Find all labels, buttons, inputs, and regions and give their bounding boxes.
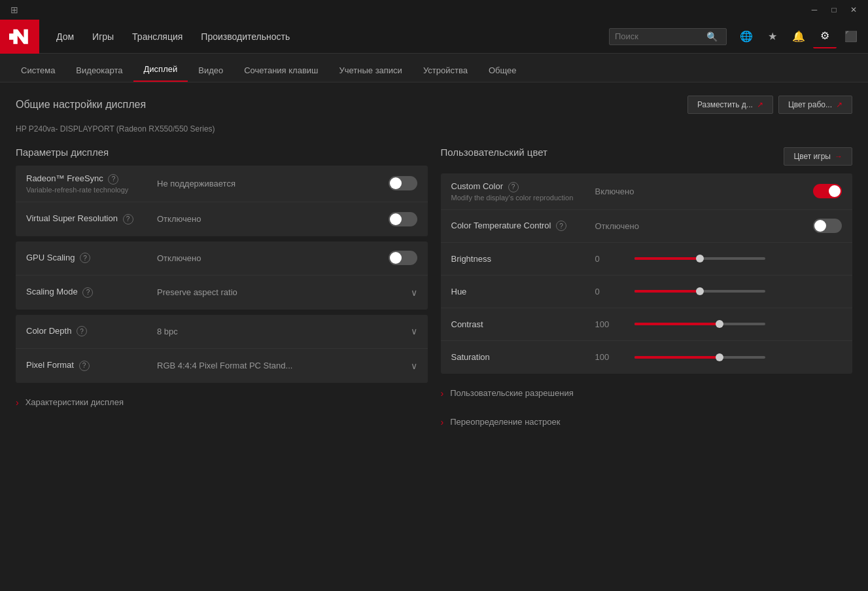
color-depth-label: Color Depth ? <box>26 326 157 337</box>
arrange-display-button[interactable]: Разместить д... ↗ <box>687 96 773 114</box>
gpu-scaling-toggle-thumb <box>390 252 402 264</box>
contrast-value: 100 <box>595 319 634 329</box>
saturation-slider[interactable] <box>634 356 842 359</box>
pixel-format-dropdown[interactable]: ∨ <box>411 361 417 371</box>
freesync-value: Не поддерживается <box>157 179 389 188</box>
color-depth-value: 8 bpc <box>157 327 411 336</box>
scaling-mode-help[interactable]: ? <box>82 287 93 298</box>
right-column: Пользовательский цвет Цвет игры → Custom… <box>441 147 853 437</box>
freesync-toggle-switch[interactable] <box>389 176 417 190</box>
tab-system[interactable]: Система <box>10 59 65 82</box>
tab-accounts[interactable]: Учетные записи <box>328 59 412 82</box>
gpu-scaling-toggle-switch[interactable] <box>389 251 417 265</box>
work-color-button[interactable]: Цвет рабо... ↗ <box>778 96 852 114</box>
scaling-mode-dropdown[interactable]: ∨ <box>411 287 417 298</box>
gpu-scaling-label: GPU Scaling ? <box>26 253 157 264</box>
freesync-help[interactable]: ? <box>108 174 118 185</box>
custom-color-help[interactable]: ? <box>508 182 519 192</box>
secondary-tabs: Система Видеокарта Дисплей Видео Сочетан… <box>0 54 868 82</box>
tab-display[interactable]: Дисплей <box>133 58 188 82</box>
maximize-button[interactable]: □ <box>825 3 843 17</box>
color-temp-toggle[interactable] <box>813 219 842 233</box>
settings-group-1: Radeon™ FreeSync ? Variable-refresh-rate… <box>16 166 428 236</box>
nav-home[interactable]: Дом <box>50 27 80 46</box>
tab-video[interactable]: Видео <box>188 59 234 82</box>
main-content: Общие настройки дисплея Разместить д... … <box>0 82 868 591</box>
freesync-toggle-thumb <box>390 177 402 189</box>
globe-icon[interactable]: 🌐 <box>735 25 758 48</box>
header-buttons: Разместить д... ↗ Цвет рабо... ↗ <box>687 96 852 114</box>
hue-value: 0 <box>595 287 634 296</box>
contrast-slider-track[interactable] <box>634 323 765 325</box>
gear-icon[interactable]: ⚙ <box>813 25 837 48</box>
gpu-scaling-value: Отключено <box>157 253 389 263</box>
hue-label: Hue <box>451 287 595 296</box>
expand-override-icon: › <box>441 417 444 427</box>
left-column: Параметры дисплея Radeon™ FreeSync ? Var… <box>16 147 428 437</box>
contrast-label: Contrast <box>451 319 595 329</box>
freesync-row: Radeon™ FreeSync ? Variable-refresh-rate… <box>16 166 428 202</box>
display-characteristics-expand[interactable]: › Характеристики дисплея <box>16 388 428 417</box>
custom-color-toggle-thumb <box>829 185 841 197</box>
freesync-toggle[interactable] <box>389 176 417 190</box>
search-input[interactable] <box>615 31 706 41</box>
vsr-toggle[interactable] <box>389 212 417 226</box>
tab-general[interactable]: Общее <box>478 59 527 82</box>
expand-resolutions-icon: › <box>441 388 444 399</box>
expand-arrow-icon: › <box>16 397 19 408</box>
brightness-slider-track[interactable] <box>634 257 765 260</box>
color-temp-help[interactable]: ? <box>556 221 566 231</box>
vsr-label: Virtual Super Resolution ? <box>26 213 157 224</box>
override-settings-expand[interactable]: › Переопределение настроек <box>441 408 853 437</box>
brightness-slider[interactable] <box>634 257 842 260</box>
nav-performance[interactable]: Производительность <box>194 27 296 46</box>
contrast-row: Contrast 100 <box>441 308 853 341</box>
color-depth-dropdown[interactable]: ∨ <box>411 326 417 336</box>
nav-streaming[interactable]: Трансляция <box>126 27 189 46</box>
saturation-fill <box>634 356 720 359</box>
vsr-toggle-switch[interactable] <box>389 212 417 226</box>
saturation-thumb[interactable] <box>716 353 723 361</box>
scaling-mode-row: Scaling Mode ? Preserve aspect ratio ∨ <box>16 276 428 310</box>
minimize-button[interactable]: ─ <box>805 3 824 17</box>
pixel-format-help[interactable]: ? <box>79 361 90 371</box>
search-box[interactable]: 🔍 <box>609 28 727 45</box>
gpu-scaling-help[interactable]: ? <box>80 253 90 263</box>
gpu-scaling-toggle[interactable] <box>389 251 417 265</box>
color-settings-group: Custom Color ? Modify the display's colo… <box>441 173 853 374</box>
nav-games[interactable]: Игры <box>86 27 120 46</box>
color-temp-value: Отключено <box>595 221 639 231</box>
color-temp-control[interactable] <box>639 219 842 233</box>
color-depth-arrow: ∨ <box>411 326 417 336</box>
hue-slider[interactable] <box>634 290 842 293</box>
brightness-thumb[interactable] <box>696 255 704 262</box>
custom-color-toggle[interactable] <box>813 184 842 198</box>
close-button[interactable]: ✕ <box>844 3 863 17</box>
sidebar-icon[interactable]: ⬛ <box>839 25 863 48</box>
page-title: Общие настройки дисплея <box>16 99 146 111</box>
color-depth-help[interactable]: ? <box>77 326 87 336</box>
star-icon[interactable]: ★ <box>761 25 784 48</box>
saturation-label: Saturation <box>451 352 595 362</box>
bell-icon[interactable]: 🔔 <box>787 25 810 48</box>
gpu-scaling-toggle-track <box>389 251 417 265</box>
custom-color-control[interactable] <box>634 184 842 198</box>
gpu-scaling-row: GPU Scaling ? Отключено <box>16 242 428 276</box>
contrast-slider[interactable] <box>634 323 842 325</box>
brightness-value: 0 <box>595 254 634 264</box>
hue-row: Hue 0 <box>441 276 853 308</box>
vsr-help[interactable]: ? <box>123 214 133 224</box>
title-bar: ⊞ ─ □ ✕ <box>0 0 868 20</box>
tab-gpu[interactable]: Видеокарта <box>65 59 133 82</box>
hue-thumb[interactable] <box>696 287 704 295</box>
hue-slider-track[interactable] <box>634 290 765 293</box>
saturation-row: Saturation 100 <box>441 341 853 374</box>
contrast-thumb[interactable] <box>716 320 723 328</box>
tab-devices[interactable]: Устройства <box>413 59 478 82</box>
saturation-slider-track[interactable] <box>634 356 765 359</box>
tab-shortcuts[interactable]: Сочетания клавиш <box>234 59 328 82</box>
game-color-button[interactable]: Цвет игры → <box>784 147 852 166</box>
freesync-toggle-track <box>389 176 417 190</box>
freesync-label: Radeon™ FreeSync ? Variable-refresh-rate… <box>26 173 157 194</box>
custom-resolutions-expand[interactable]: › Пользовательские разрешения <box>441 379 853 408</box>
